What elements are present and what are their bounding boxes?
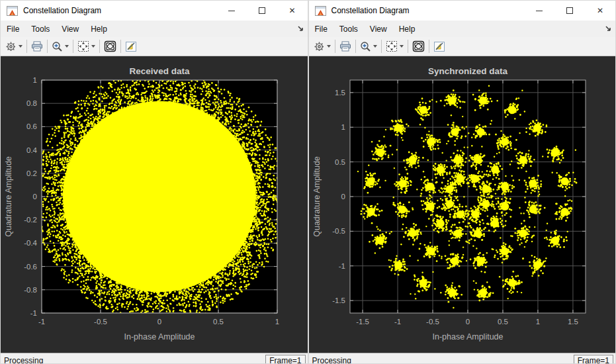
zoom-in-icon	[52, 41, 63, 52]
settings-gear-button[interactable]	[3, 38, 24, 54]
print-button[interactable]	[337, 38, 353, 54]
menu-tools[interactable]: Tools	[25, 22, 56, 36]
settings-gear-button[interactable]	[312, 38, 333, 54]
signal-source-icon	[433, 41, 445, 52]
constellation-window-synchronized: Constellation Diagram ✕ File Tools View …	[308, 0, 616, 364]
svg-text:0.5: 0.5	[497, 318, 507, 326]
svg-text:0.5: 0.5	[335, 158, 345, 166]
svg-text:1: 1	[535, 318, 539, 326]
close-icon: ✕	[597, 6, 603, 15]
svg-text:In-phase Amplitude: In-phase Amplitude	[432, 332, 503, 341]
zoom-in-icon	[360, 41, 371, 52]
desktop: Constellation Diagram ✕ File Tools View …	[0, 0, 616, 364]
svg-text:1: 1	[275, 318, 279, 326]
dock-arrow-icon[interactable]	[298, 24, 304, 34]
titlebar[interactable]: Constellation Diagram ✕	[1, 1, 308, 21]
settings-dropdown-icon[interactable]	[327, 45, 331, 48]
svg-text:-0.4: -0.4	[24, 239, 37, 247]
svg-text:-0.6: -0.6	[24, 263, 37, 271]
toolbar	[1, 37, 308, 56]
close-button[interactable]: ✕	[585, 1, 615, 21]
svg-text:-0.5: -0.5	[426, 318, 439, 326]
maximize-button[interactable]	[554, 1, 585, 21]
maximize-icon	[566, 7, 573, 14]
minimize-icon	[228, 11, 235, 11]
toolbar	[309, 37, 616, 56]
minimize-button[interactable]	[524, 1, 554, 21]
figure-area-synchronized: -1.5-1-0.500.511.5-1.5-1-0.500.511.5Sync…	[309, 56, 616, 353]
constellation-window-received: Constellation Diagram ✕ File Tools View …	[0, 0, 308, 364]
menubar: File Tools View Help	[1, 21, 308, 37]
svg-text:0.8: 0.8	[26, 99, 37, 107]
svg-text:-0.5: -0.5	[332, 227, 345, 235]
svg-text:0: 0	[465, 318, 469, 326]
svg-text:0.4: 0.4	[26, 146, 38, 154]
signal-source-button[interactable]	[123, 38, 139, 54]
menu-help[interactable]: Help	[85, 22, 113, 36]
menu-help[interactable]: Help	[393, 22, 421, 36]
svg-text:-1: -1	[338, 262, 345, 270]
fit-to-view-icon	[77, 40, 89, 52]
svg-text:1.5: 1.5	[567, 318, 578, 326]
figure-area-received: -1-0.500.51-1-0.8-0.6-0.4-0.200.20.40.60…	[1, 56, 308, 353]
menu-file[interactable]: File	[309, 22, 333, 36]
svg-text:0.5: 0.5	[213, 318, 224, 326]
svg-text:-1: -1	[394, 318, 400, 326]
frame-counter: Frame=1	[574, 355, 613, 364]
fit-to-view-button[interactable]	[384, 38, 406, 54]
minimize-icon	[536, 11, 543, 11]
fit-to-view-button[interactable]	[75, 38, 97, 54]
svg-text:In-phase Amplitude: In-phase Amplitude	[124, 332, 195, 341]
svg-text:-0.2: -0.2	[24, 216, 37, 224]
frame-counter: Frame=1	[265, 355, 305, 364]
dock-arrow-icon[interactable]	[605, 24, 611, 34]
print-icon	[339, 41, 351, 52]
svg-text:Synchronized data: Synchronized data	[427, 66, 507, 76]
maximize-icon	[259, 7, 265, 14]
menubar: File Tools View Help	[309, 21, 616, 37]
menu-tools[interactable]: Tools	[333, 22, 364, 36]
constellation-properties-button[interactable]	[410, 38, 427, 54]
menu-file[interactable]: File	[1, 22, 25, 36]
fit-dropdown-icon[interactable]	[400, 45, 404, 48]
maximize-button[interactable]	[247, 1, 277, 21]
settings-dropdown-icon[interactable]	[19, 45, 22, 48]
close-icon: ✕	[288, 6, 295, 15]
print-icon	[31, 41, 43, 52]
titlebar[interactable]: Constellation Diagram ✕	[309, 1, 616, 21]
constellation-properties-icon	[412, 40, 425, 52]
svg-text:0: 0	[33, 193, 37, 201]
minimize-button[interactable]	[216, 1, 247, 21]
menu-view[interactable]: View	[364, 22, 393, 36]
matlab-figure-icon	[7, 6, 18, 16]
fit-to-view-icon	[386, 40, 398, 52]
svg-text:-1.5: -1.5	[356, 318, 369, 326]
synchronized-data-plot[interactable]: -1.5-1-0.500.511.5-1.5-1-0.500.511.5Sync…	[309, 56, 616, 350]
svg-text:-0.5: -0.5	[94, 318, 107, 326]
svg-text:1.5: 1.5	[335, 89, 345, 97]
zoom-dropdown-icon[interactable]	[65, 45, 69, 48]
zoom-in-button[interactable]	[358, 38, 379, 54]
signal-source-icon	[125, 41, 137, 52]
zoom-dropdown-icon[interactable]	[373, 45, 377, 48]
svg-text:Quadrature Amplitude: Quadrature Amplitude	[4, 156, 13, 237]
settings-gear-icon	[314, 41, 325, 52]
statusbar: Processing Frame=1	[1, 353, 308, 364]
svg-text:0: 0	[157, 318, 161, 326]
close-button[interactable]: ✕	[277, 1, 308, 21]
svg-text:0.6: 0.6	[26, 122, 37, 130]
received-data-plot[interactable]: -1-0.500.51-1-0.8-0.6-0.4-0.200.20.40.60…	[1, 56, 308, 350]
zoom-in-button[interactable]	[50, 38, 71, 54]
constellation-properties-icon	[104, 40, 116, 52]
svg-text:0.2: 0.2	[26, 169, 37, 177]
svg-text:1: 1	[33, 76, 37, 84]
svg-text:-0.8: -0.8	[24, 286, 37, 294]
matlab-figure-icon	[315, 6, 326, 16]
constellation-properties-button[interactable]	[102, 38, 118, 54]
svg-text:-1.5: -1.5	[332, 296, 345, 304]
signal-source-button[interactable]	[431, 38, 447, 54]
fit-dropdown-icon[interactable]	[91, 45, 95, 48]
window-title: Constellation Diagram	[23, 6, 216, 15]
menu-view[interactable]: View	[56, 22, 85, 36]
print-button[interactable]	[29, 38, 45, 54]
